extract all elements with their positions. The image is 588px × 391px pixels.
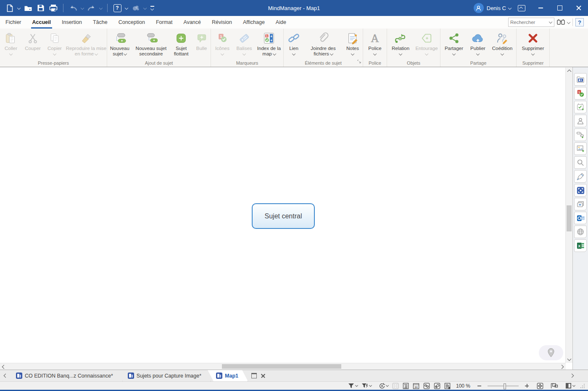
tab-aide[interactable]: Aide [270,16,292,29]
tab-format[interactable]: Format [150,16,178,29]
joindre-dropdown-icon[interactable] [330,52,333,55]
map-canvas[interactable]: Sujet central [0,67,572,370]
find-binoculars-icon[interactable] [557,18,565,26]
new-document-dropdown[interactable] [17,6,21,10]
coller-dropdown-icon[interactable] [9,52,13,55]
undo-icon[interactable] [68,3,79,13]
sketch-icon[interactable] [574,170,587,183]
presentation-layout-button[interactable] [551,383,558,389]
scroll-right-icon[interactable] [559,363,566,370]
close-document-icon[interactable] [261,374,265,378]
user-dropdown[interactable] [508,6,512,10]
notes-dropdown-icon[interactable] [351,52,354,55]
minimize-button[interactable] [531,0,550,16]
lien-button[interactable]: Lien [284,29,304,60]
resources-icon[interactable] [574,115,587,127]
ink-tool-icon[interactable] [130,3,141,13]
publier-button[interactable]: Publier [467,29,489,60]
horizontal-scroll-thumb[interactable] [222,364,341,369]
bulle-button[interactable]: Bulle [192,29,211,60]
customize-quick-access-icon[interactable] [149,3,156,13]
new-document-icon[interactable] [4,3,15,13]
restore-document-icon[interactable] [251,373,257,378]
maximize-button[interactable] [550,0,569,16]
fit-selection-icon[interactable] [392,383,399,389]
central-topic[interactable]: Sujet central [252,203,315,229]
index-view-icon[interactable] [444,383,451,389]
index-de-la-map-button[interactable]: 1 Index de la map [255,29,283,60]
capture-icon[interactable] [574,184,587,197]
split-view-button[interactable] [565,383,575,389]
find-dropdown-icon[interactable] [567,21,570,24]
joindre-des-fichiers-button[interactable]: Joindre des fichiers [304,29,343,60]
zoom-slider[interactable] [488,386,519,386]
help-icon[interactable]: ? [112,3,123,13]
open-file-icon[interactable] [23,3,34,13]
help-dropdown[interactable] [125,6,128,10]
nouveau-sujet-dropdown-icon[interactable] [124,52,127,55]
coedition-dropdown-icon[interactable] [501,52,504,55]
relation-button[interactable]: Relation [388,29,414,60]
schedule-view-icon[interactable]: 24 [413,383,419,389]
user-name[interactable]: Denis C [487,5,506,11]
print-icon[interactable] [48,3,59,13]
ribbon-help-button[interactable]: ? [575,18,584,26]
icones-button[interactable]: 1 Icônes [211,29,233,60]
publier-dropdown-icon[interactable] [476,52,480,55]
tab-fichier[interactable]: Fichier [0,16,27,29]
dialog-launcher-icon[interactable] [357,58,361,66]
zoom-in-button[interactable] [525,384,529,388]
notes-button[interactable]: Notes [343,29,363,60]
lien-dropdown-icon[interactable] [292,52,295,55]
couper-button[interactable]: Couper [22,29,44,60]
web-icon[interactable] [574,226,587,238]
partager-dropdown-icon[interactable] [452,52,456,55]
outlook-icon[interactable] [574,212,587,224]
tab-accueil[interactable]: Accueil [27,16,56,29]
search-box[interactable] [508,18,554,27]
document-tab-active[interactable]: Map1 [208,370,248,381]
filter-button[interactable] [348,383,358,389]
tags-view-icon[interactable] [434,383,440,389]
sujet-flottant-button[interactable]: Sujet flottant [170,29,192,60]
map-parts-icon[interactable] [574,129,587,141]
image-library-icon[interactable] [574,142,587,155]
document-tab[interactable]: Sujets pour Capture Image* [119,370,211,381]
file-management-icon[interactable] [574,198,587,210]
redo-dropdown[interactable] [99,6,103,10]
quick-filter-button[interactable] [361,383,372,389]
ink-dropdown[interactable] [143,6,147,10]
undo-dropdown[interactable] [81,6,84,10]
ribbon-display-options-icon[interactable] [518,5,525,11]
reproduire-mise-en-forme-button[interactable]: Reproduire la mise en forme [66,29,107,60]
scroll-up-icon[interactable] [566,68,572,74]
scroll-down-icon[interactable] [566,356,572,363]
vertical-scroll-thumb[interactable] [567,205,572,231]
entourage-button[interactable]: Entourage [414,29,440,60]
resources-view-icon[interactable] [423,383,430,389]
nouveau-sujet-secondaire-button[interactable]: Nouveau sujet secondaire [132,29,170,60]
search-input[interactable] [509,20,549,25]
task-info-icon[interactable] [574,101,587,113]
vertical-scrollbar[interactable] [565,68,572,363]
icones-dropdown-icon[interactable] [221,52,224,55]
fit-map-button[interactable] [537,383,543,389]
tab-affichage[interactable]: Affichage [237,16,270,29]
police-dropdown-icon[interactable] [373,52,377,55]
index-dropdown-icon[interactable] [272,52,276,55]
marker-icons-icon[interactable]: 1 [574,87,587,100]
tab-avance[interactable]: Avancé [178,16,206,29]
search-icon[interactable] [574,156,587,169]
outline-view-icon[interactable] [403,383,409,389]
map-library-icon[interactable] [574,73,587,86]
balises-dropdown-icon[interactable] [243,52,246,55]
partager-button[interactable]: Partager [441,29,467,60]
save-icon[interactable] [35,3,46,13]
tab-conception[interactable]: Conception [113,16,150,29]
police-button[interactable]: A Police [364,29,386,60]
zoom-out-button[interactable] [477,386,481,386]
horizontal-scrollbar[interactable] [0,363,566,370]
document-tab[interactable]: CO EDITION Banq...z Connaissance* [8,370,123,381]
resize-grip[interactable] [580,384,585,388]
tab-revision[interactable]: Révision [206,16,237,29]
